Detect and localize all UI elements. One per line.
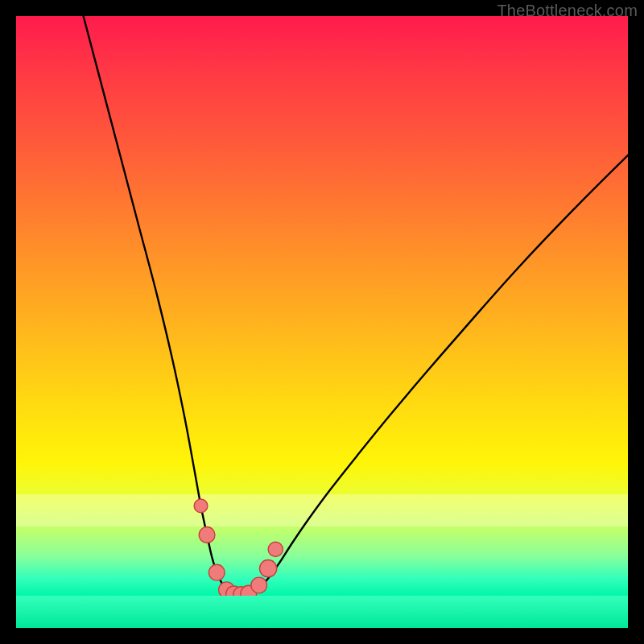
marker-right-2 (259, 560, 276, 577)
marker-left-3 (208, 564, 225, 580)
chart-frame (16, 16, 628, 628)
marker-layer (194, 499, 283, 596)
marker-right-top (268, 542, 283, 556)
marker-left-top (194, 499, 208, 513)
marker-right-3 (251, 577, 267, 593)
marker-left-2 (199, 527, 215, 543)
series-layer (84, 16, 628, 596)
chart-svg (16, 16, 628, 596)
series-left-curve (84, 16, 232, 594)
series-right-curve (252, 155, 628, 594)
plot-area (16, 16, 628, 596)
green-baseline-strip (16, 596, 628, 628)
